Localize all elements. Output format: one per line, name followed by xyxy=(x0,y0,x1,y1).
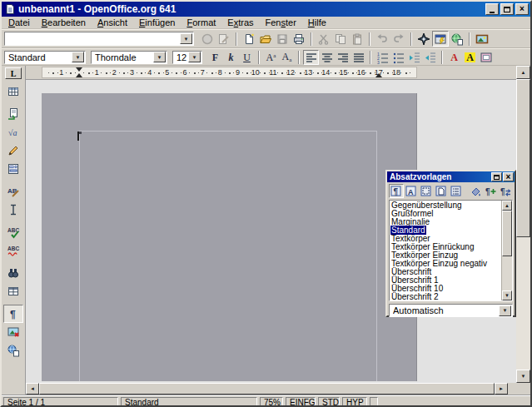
menu-hilfe[interactable]: Hilfe xyxy=(302,17,332,28)
vertical-scroll-thumb[interactable] xyxy=(516,79,530,237)
scroll-up-button[interactable]: ▲ xyxy=(516,66,530,79)
increase-indent-button[interactable] xyxy=(422,50,438,65)
decrease-indent-button[interactable] xyxy=(406,50,422,65)
menu-datei[interactable]: Datei xyxy=(2,17,36,28)
stylist-button[interactable] xyxy=(432,31,449,47)
save-document-button[interactable] xyxy=(274,31,291,47)
font-color-button[interactable]: A xyxy=(446,50,462,65)
menu-ansicht[interactable]: Ansicht xyxy=(92,17,133,28)
underline-button[interactable]: U xyxy=(239,50,255,65)
bold-button[interactable]: F xyxy=(207,50,223,65)
menu-einfuegen[interactable]: Einfügen xyxy=(133,17,181,28)
menu-format[interactable]: Format xyxy=(181,17,221,28)
left-indent-marker[interactable] xyxy=(76,73,82,77)
copy-button[interactable] xyxy=(332,31,349,47)
redo-button[interactable] xyxy=(390,31,407,47)
font-dropdown-button[interactable]: ▼ xyxy=(153,52,166,62)
subscript-button[interactable]: Aa xyxy=(279,50,295,65)
stop-loading-button[interactable] xyxy=(199,31,216,47)
status-page-indicator[interactable]: Seite 1 / 1 xyxy=(3,397,118,407)
close-button[interactable]: × xyxy=(515,3,529,15)
status-insert-mode[interactable]: EINFG xyxy=(286,397,316,407)
font-size-combobox[interactable]: 12 ▼ xyxy=(172,51,202,64)
size-dropdown-button[interactable]: ▼ xyxy=(188,52,201,62)
numbering-button[interactable]: 123 xyxy=(375,50,390,65)
cut-button[interactable] xyxy=(316,31,332,47)
autospellcheck-button[interactable]: ABC xyxy=(3,241,23,260)
gallery-button[interactable] xyxy=(474,31,490,47)
insert-fields-button[interactable] xyxy=(3,105,23,123)
update-style-button[interactable]: ¶ xyxy=(498,184,513,198)
status-selection-mode[interactable]: STD xyxy=(318,397,340,407)
style-scroll-thumb[interactable] xyxy=(502,211,512,256)
style-list-scrollbar[interactable]: ▲ ▼ xyxy=(501,201,512,300)
data-sources-button[interactable] xyxy=(3,282,23,300)
style-scroll-track[interactable] xyxy=(502,256,512,290)
align-left-button[interactable] xyxy=(303,50,319,65)
minimize-button[interactable] xyxy=(485,3,499,15)
url-combobox[interactable]: ▼ xyxy=(4,32,194,46)
highlighting-button[interactable]: A xyxy=(462,50,478,65)
status-zoom-level[interactable]: 75% xyxy=(260,397,283,407)
undo-button[interactable] xyxy=(374,31,390,47)
url-dropdown-button[interactable]: ▼ xyxy=(180,33,192,44)
style-scroll-up-button[interactable]: ▲ xyxy=(502,201,512,211)
paste-button[interactable] xyxy=(349,31,365,47)
spellcheck-button[interactable]: ABC xyxy=(3,223,23,241)
app-menu-icon[interactable] xyxy=(3,3,16,15)
draw-functions-button[interactable] xyxy=(3,141,23,160)
print-button[interactable] xyxy=(291,31,307,47)
navigator-button[interactable] xyxy=(415,31,432,47)
page-styles-button[interactable] xyxy=(434,184,449,198)
open-document-button[interactable] xyxy=(257,31,274,47)
horizontal-scrollbar[interactable]: ◄ ► xyxy=(26,383,516,395)
style-filter-combobox[interactable]: Automatisch ▼ xyxy=(389,304,513,317)
hyperlink-dialog-button[interactable] xyxy=(449,31,465,47)
online-layout-button[interactable] xyxy=(3,341,23,360)
stylist-close-button[interactable]: × xyxy=(503,172,514,181)
maximize-button[interactable] xyxy=(500,3,514,15)
italic-button[interactable]: k xyxy=(223,50,239,65)
menu-extras[interactable]: Extras xyxy=(221,17,259,28)
horizontal-scroll-thumb[interactable] xyxy=(39,383,495,395)
tab-selector-button[interactable]: L xyxy=(5,67,22,79)
scroll-right-button[interactable]: ► xyxy=(495,383,508,395)
insert-objects-button[interactable]: √a xyxy=(3,123,23,141)
stylist-title-bar[interactable]: Absatzvorlagen × xyxy=(387,171,515,182)
style-scroll-down-button[interactable]: ▼ xyxy=(502,290,512,300)
paragraph-style-combobox[interactable]: Standard ▼ xyxy=(4,51,86,64)
first-line-indent-marker[interactable] xyxy=(76,67,82,72)
new-style-button[interactable]: ¶ xyxy=(483,184,498,198)
scroll-left-button[interactable]: ◄ xyxy=(26,383,39,395)
document-page[interactable] xyxy=(42,93,417,381)
style-list-item[interactable]: Überschrift 2 xyxy=(390,293,501,300)
stylist-dock-button[interactable] xyxy=(491,172,502,181)
font-name-combobox[interactable]: Thorndale ▼ xyxy=(91,51,167,64)
form-functions-button[interactable] xyxy=(3,160,23,178)
numbering-styles-button[interactable] xyxy=(449,184,464,198)
vertical-scroll-track[interactable] xyxy=(516,237,530,370)
status-page-style[interactable]: Standard xyxy=(121,397,257,407)
align-right-button[interactable] xyxy=(335,50,351,65)
paragraph-styles-button[interactable]: ¶ xyxy=(389,184,404,198)
horizontal-ruler[interactable]: 1123456789101112131415161718 xyxy=(26,66,516,80)
find-replace-button[interactable] xyxy=(3,264,23,282)
paragraph-background-button[interactable] xyxy=(478,50,494,65)
graphics-toggle-button[interactable] xyxy=(3,323,23,341)
frame-styles-button[interactable] xyxy=(419,184,434,198)
status-hyperlink-mode[interactable]: HYP xyxy=(342,397,367,407)
nonprinting-characters-button[interactable]: ¶ xyxy=(3,305,23,323)
filter-dropdown-button[interactable]: ▼ xyxy=(499,305,511,316)
align-center-button[interactable] xyxy=(319,50,335,65)
autotext-button[interactable]: AB xyxy=(3,182,23,201)
menu-bearbeiten[interactable]: Bearbeiten xyxy=(36,17,92,28)
edit-file-button[interactable] xyxy=(216,31,232,47)
fill-format-button[interactable] xyxy=(468,184,483,198)
superscript-button[interactable]: Aa xyxy=(263,50,279,65)
menu-fenster[interactable]: Fenster xyxy=(260,17,302,28)
direct-cursor-button[interactable] xyxy=(3,201,23,219)
align-justify-button[interactable] xyxy=(351,50,366,65)
vertical-scrollbar[interactable]: ▲ ▼ xyxy=(516,66,530,395)
character-styles-button[interactable]: A xyxy=(404,184,419,198)
insert-table-button[interactable] xyxy=(3,82,23,101)
